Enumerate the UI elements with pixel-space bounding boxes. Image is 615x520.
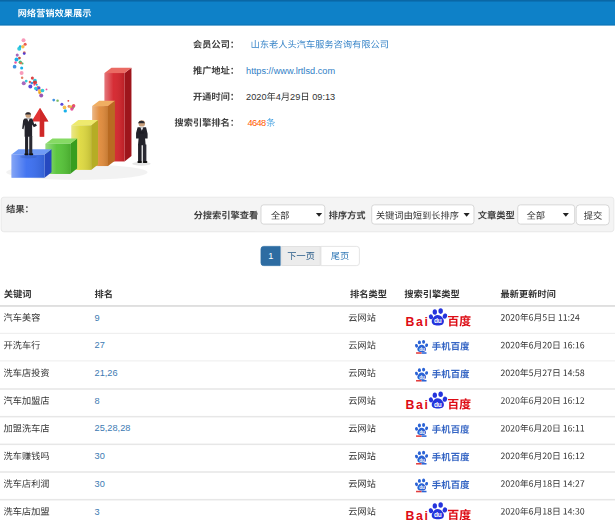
- svg-text:1: 1: [268, 251, 273, 261]
- svg-text:4648: 4648: [248, 118, 267, 128]
- svg-text:8: 8: [95, 396, 100, 406]
- svg-text:4: 4: [276, 92, 281, 102]
- svg-text:3: 3: [95, 507, 100, 517]
- svg-text:https://www.lrtlsd.com: https://www.lrtlsd.com: [246, 66, 335, 76]
- svg-text:9: 9: [95, 313, 100, 323]
- svg-text:30: 30: [95, 479, 105, 489]
- svg-text:27: 27: [95, 340, 105, 350]
- svg-text:09:13: 09:13: [312, 92, 335, 102]
- svg-text:30: 30: [95, 451, 105, 461]
- svg-text:21,26: 21,26: [95, 368, 118, 378]
- svg-text:2020: 2020: [246, 92, 267, 102]
- svg-text:25,28,28: 25,28,28: [95, 423, 131, 433]
- svg-text:29: 29: [290, 92, 300, 102]
